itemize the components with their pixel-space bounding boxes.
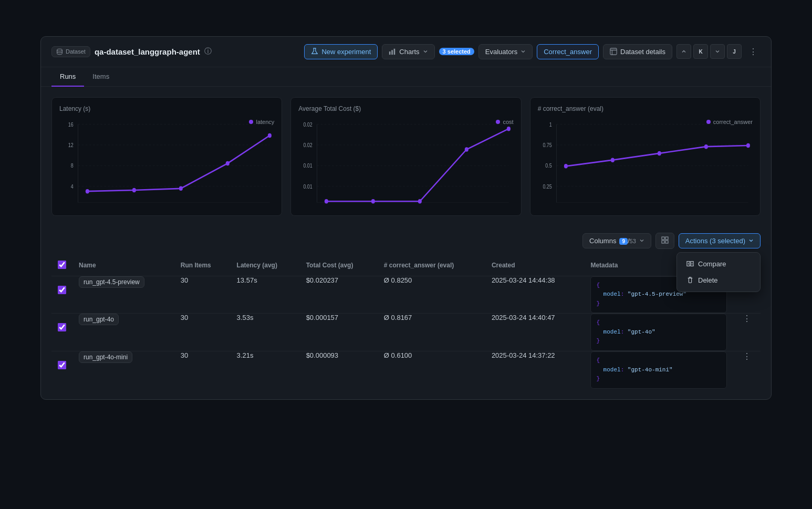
actions-button[interactable]: Actions (3 selected) (679, 233, 761, 248)
latency-chart-svg: 16 12 8 4 (59, 119, 274, 208)
svg-rect-50 (662, 237, 664, 240)
correct-answer-header: # correct_answer (eval) (378, 255, 485, 276)
svg-rect-53 (665, 241, 668, 243)
correct-answer-legend-dot (706, 120, 711, 124)
svg-text:0.25: 0.25 (543, 183, 552, 190)
table-row: run_gpt-4.5-preview 30 13.57s $0.020237 … (51, 276, 761, 314)
evaluators-chevron-icon (520, 49, 526, 54)
row1-created: 2025-03-24 14:44:38 (485, 276, 585, 314)
database-icon (56, 48, 63, 55)
svg-text:16: 16 (68, 121, 74, 128)
cost-chart-inner: cost 0.02 0.02 0.01 0.01 (298, 119, 513, 208)
svg-point-46 (610, 158, 614, 162)
row3-metadata: { model: "gpt-4o-mini" } (590, 351, 727, 389)
delete-label: Delete (698, 276, 718, 284)
svg-point-18 (226, 161, 230, 165)
cost-chart-title: Average Total Cost ($) (298, 105, 513, 112)
new-experiment-button[interactable]: New experiment (304, 44, 378, 59)
row1-correct-answer: Ø 0.8250 (378, 276, 485, 314)
total-cost-header: Total Cost (avg) (300, 255, 378, 276)
svg-point-0 (57, 49, 63, 51)
row2-metadata: { model: "gpt-4o" } (590, 314, 727, 351)
row3-correct-answer: Ø 0.6100 (378, 351, 485, 389)
latency-legend-dot (249, 120, 253, 124)
svg-point-17 (179, 186, 183, 191)
correct-answer-legend-label: correct_answer (713, 119, 753, 125)
row2-checkbox[interactable] (58, 323, 66, 331)
more-options-button[interactable]: ⋮ (746, 45, 761, 59)
row2-actions-cell: ⋮ (733, 314, 761, 351)
row2-run-items: 30 (174, 314, 231, 351)
grid-view-button[interactable] (655, 233, 674, 249)
cost-legend-dot (496, 120, 500, 124)
row1-metadata-value: "gpt-4.5-preview" (628, 291, 686, 297)
dataset-details-button[interactable]: Dataset details (603, 44, 672, 59)
nav-buttons: K J (676, 44, 742, 59)
tab-runs[interactable]: Runs (51, 67, 84, 87)
correct-answer-chart-svg: 1 0.75 0.5 0.25 (538, 119, 753, 208)
cost-chart-svg: 0.02 0.02 0.01 0.01 (298, 119, 513, 208)
dataset-title: qa-dataset_langgraph-agent (95, 47, 200, 56)
compare-label: Compare (698, 260, 726, 268)
svg-text:1: 1 (549, 121, 551, 128)
row2-checkbox-cell (51, 314, 72, 351)
latency-legend-label: latency (256, 119, 274, 125)
charts-chevron-icon (423, 49, 428, 54)
row1-latency: 13.57s (231, 276, 300, 314)
created-header: Created (485, 255, 585, 276)
nav-prev-label-btn: K (693, 44, 708, 59)
charts-button[interactable]: Charts (382, 44, 434, 59)
row3-name-badge: run_gpt-4o-mini (79, 351, 132, 363)
chevron-up-icon (681, 49, 686, 54)
dataset-badge-label: Dataset (66, 48, 86, 55)
compare-option[interactable]: Compare (680, 256, 757, 272)
row1-name-cell: run_gpt-4.5-preview (72, 276, 174, 314)
columns-total: 53 (630, 238, 636, 244)
latency-chart-legend: latency (249, 119, 274, 125)
correct-answer-chart-inner: correct_answer 1 0.75 0.5 0.25 (538, 119, 753, 208)
columns-button[interactable]: Columns 9/53 (582, 233, 651, 248)
delete-icon (686, 276, 694, 284)
name-header: Name (72, 255, 174, 276)
cost-chart-card: Average Total Cost ($) cost 0.02 (290, 97, 521, 216)
svg-rect-1 (389, 51, 391, 55)
dataset-details-label: Dataset details (620, 48, 665, 56)
delete-option[interactable]: Delete (680, 272, 757, 288)
evaluators-button[interactable]: Evaluators (478, 44, 533, 59)
row3-run-items: 30 (174, 351, 231, 389)
nav-next-button[interactable] (710, 44, 725, 59)
main-panel: Dataset qa-dataset_langgraph-agent ⓘ New… (40, 36, 772, 400)
row2-more-button[interactable]: ⋮ (740, 312, 754, 325)
grid-icon (661, 236, 669, 244)
correct-answer-chart-card: # correct_answer (eval) correct_answer 1 (530, 97, 761, 216)
row2-correct-answer: Ø 0.8167 (378, 314, 485, 351)
svg-point-34 (507, 126, 511, 131)
svg-text:4: 4 (71, 183, 74, 190)
new-experiment-label: New experiment (321, 48, 371, 56)
compare-icon (686, 260, 694, 267)
charts-label: Charts (399, 48, 419, 56)
latency-header: Latency (avg) (231, 255, 300, 276)
select-all-checkbox[interactable] (58, 261, 66, 269)
row1-checkbox[interactable] (58, 286, 66, 294)
svg-text:0.01: 0.01 (304, 183, 313, 190)
actions-chevron-icon (748, 238, 754, 243)
correct-answer-button[interactable]: Correct_answer (537, 44, 599, 59)
info-icon[interactable]: ⓘ (204, 47, 212, 56)
app-container: Dataset qa-dataset_langgraph-agent ⓘ New… (28, 24, 784, 486)
row3-more-button[interactable]: ⋮ (740, 350, 754, 363)
row3-checkbox[interactable] (58, 361, 66, 369)
svg-rect-2 (392, 50, 393, 55)
row2-metadata-cell: { model: "gpt-4o" } (584, 314, 733, 351)
row2-total-cost: $0.000157 (300, 314, 378, 351)
row3-created: 2025-03-24 14:37:22 (485, 351, 585, 389)
row3-actions-cell: ⋮ (733, 351, 761, 389)
table-row: run_gpt-4o 30 3.53s $0.000157 Ø 0.8167 2… (51, 314, 761, 351)
header-actions: New experiment Charts 3 selected Evaluat (304, 44, 761, 59)
cost-legend-label: cost (503, 119, 513, 125)
tab-items[interactable]: Items (84, 67, 118, 87)
svg-rect-52 (662, 241, 664, 243)
nav-prev-button[interactable] (676, 44, 691, 59)
correct-answer-label: Correct_answer (544, 48, 592, 56)
svg-point-33 (465, 147, 469, 152)
